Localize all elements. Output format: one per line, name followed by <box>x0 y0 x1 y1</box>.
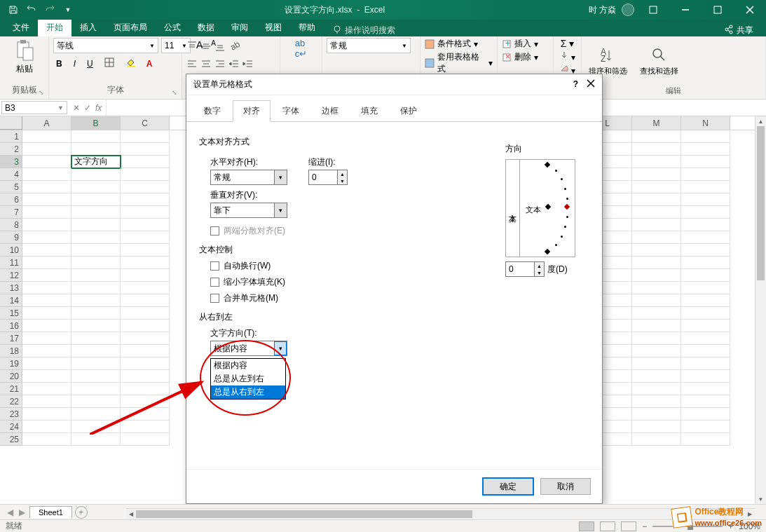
cell[interactable] <box>121 231 170 244</box>
tab-formulas[interactable]: 公式 <box>156 19 189 36</box>
row-header[interactable]: 6 <box>0 193 22 206</box>
scroll-up-icon[interactable]: ▲ <box>755 116 766 126</box>
cell[interactable] <box>681 294 730 307</box>
cell[interactable] <box>71 193 121 206</box>
cell[interactable] <box>22 433 71 446</box>
minimize-icon[interactable] <box>672 0 699 20</box>
cell[interactable] <box>681 370 730 383</box>
cell[interactable] <box>22 219 71 231</box>
cell[interactable] <box>681 421 730 433</box>
cell[interactable] <box>632 345 681 357</box>
row-header[interactable]: 18 <box>0 345 22 357</box>
scrollbar-thumb[interactable] <box>757 126 765 280</box>
row-header[interactable]: 9 <box>0 231 22 244</box>
cell[interactable] <box>681 257 730 269</box>
cell[interactable] <box>71 282 121 294</box>
row-header[interactable]: 25 <box>0 433 22 446</box>
merge-cells-checkbox[interactable] <box>210 294 219 303</box>
cell[interactable] <box>632 320 681 332</box>
row-header[interactable]: 17 <box>0 332 22 345</box>
cell[interactable] <box>121 193 170 206</box>
cell[interactable] <box>632 294 681 307</box>
scroll-left-icon[interactable]: ◀ <box>126 509 136 519</box>
cell[interactable] <box>71 181 121 193</box>
dialog-help-icon[interactable]: ? <box>573 79 578 90</box>
align-middle-icon[interactable] <box>200 41 212 54</box>
cell[interactable] <box>121 168 170 181</box>
normal-view-icon[interactable] <box>579 521 594 531</box>
dialog-close-icon[interactable] <box>587 79 595 90</box>
cell[interactable] <box>71 143 121 156</box>
direction-option-context[interactable]: 根据内容 <box>211 359 285 372</box>
cell[interactable] <box>632 383 681 395</box>
cell[interactable] <box>71 168 121 181</box>
cell[interactable] <box>121 421 170 433</box>
horizontal-scrollbar[interactable]: ◀ ▶ <box>126 508 755 519</box>
underline-button[interactable]: U <box>84 57 96 70</box>
justify-distributed-checkbox[interactable] <box>210 226 219 236</box>
cell[interactable] <box>71 294 121 307</box>
cell[interactable] <box>121 156 170 168</box>
cell[interactable] <box>121 307 170 320</box>
cell[interactable] <box>681 244 730 257</box>
cell[interactable] <box>632 168 681 181</box>
cell[interactable] <box>121 219 170 231</box>
autosum-icon[interactable]: Σ ▾ <box>561 38 575 49</box>
col-header[interactable]: B <box>71 116 121 130</box>
row-header[interactable]: 7 <box>0 206 22 219</box>
col-header[interactable]: N <box>681 116 730 130</box>
cell[interactable] <box>632 408 681 421</box>
page-break-view-icon[interactable] <box>621 521 636 531</box>
indent-spinner[interactable]: 0▲▼ <box>308 170 348 185</box>
tell-me[interactable]: 操作说明搜索 <box>332 25 395 36</box>
cell[interactable] <box>71 269 121 282</box>
increase-indent-icon[interactable] <box>242 58 254 71</box>
cell[interactable] <box>71 421 121 433</box>
cell[interactable] <box>681 269 730 282</box>
cell[interactable] <box>632 269 681 282</box>
cell[interactable] <box>22 421 71 433</box>
cell[interactable] <box>632 244 681 257</box>
cell[interactable] <box>22 320 71 332</box>
vertical-text-button[interactable]: 文本 <box>506 160 520 257</box>
spin-up-icon[interactable]: ▲ <box>534 262 544 269</box>
tab-file[interactable]: 文件 <box>4 19 38 36</box>
align-top-icon[interactable] <box>186 41 198 54</box>
cell[interactable] <box>22 294 71 307</box>
cell[interactable] <box>632 257 681 269</box>
cell[interactable] <box>632 130 681 143</box>
cell[interactable] <box>681 206 730 219</box>
cell[interactable] <box>121 143 170 156</box>
cell[interactable] <box>22 345 71 357</box>
close-icon[interactable] <box>737 0 763 20</box>
cell[interactable] <box>681 357 730 370</box>
cell[interactable] <box>22 332 71 345</box>
tab-review[interactable]: 审阅 <box>223 19 257 36</box>
cell[interactable] <box>22 143 71 156</box>
v-align-select[interactable]: 靠下▾ <box>210 203 287 218</box>
number-format-combo[interactable]: 常规▼ <box>327 38 411 53</box>
cell[interactable] <box>121 433 170 446</box>
cell[interactable] <box>681 345 730 357</box>
cell[interactable] <box>632 357 681 370</box>
tab-fill[interactable]: 填充 <box>350 100 388 122</box>
table-format-button[interactable]: 套用表格格式 ▾ <box>425 51 493 75</box>
row-header[interactable]: 2 <box>0 143 22 156</box>
cell[interactable] <box>632 433 681 446</box>
name-box[interactable]: B3▼ <box>1 101 67 114</box>
shrink-fit-checkbox[interactable] <box>210 278 219 287</box>
cell[interactable] <box>71 231 121 244</box>
cell[interactable] <box>71 244 121 257</box>
row-header[interactable]: 19 <box>0 357 22 370</box>
select-all-corner[interactable] <box>0 116 22 130</box>
tab-insert[interactable]: 插入 <box>71 19 105 36</box>
cell[interactable] <box>681 307 730 320</box>
cell[interactable] <box>71 395 121 408</box>
cell[interactable] <box>681 383 730 395</box>
bold-button[interactable]: B <box>53 57 65 70</box>
cell[interactable] <box>681 143 730 156</box>
col-header[interactable]: M <box>632 116 681 130</box>
cell[interactable] <box>632 421 681 433</box>
qat-customize-icon[interactable]: ▼ <box>60 2 76 18</box>
conditional-format-button[interactable]: 条件格式 ▾ <box>425 38 478 50</box>
